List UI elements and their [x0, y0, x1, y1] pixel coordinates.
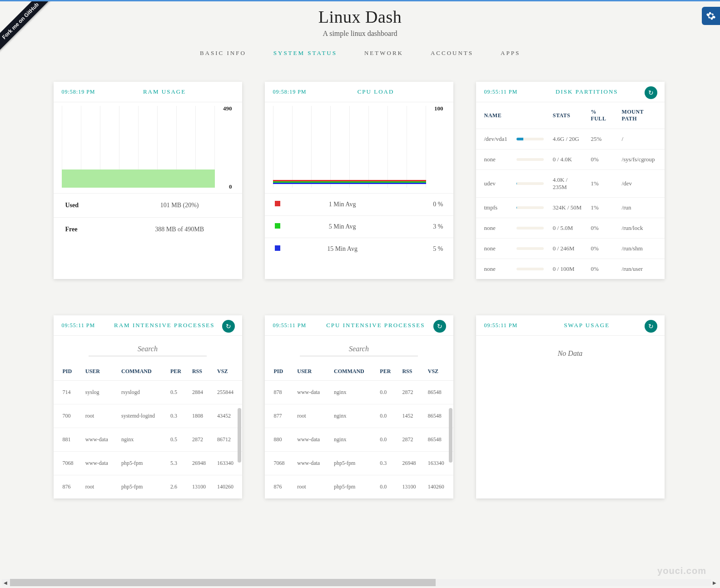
cell-full: 0%	[586, 149, 617, 170]
legend-swatch	[275, 245, 280, 251]
cell-per: 0.3	[167, 404, 189, 428]
card-title: CPU LOAD	[307, 88, 445, 95]
cell-user: www-data	[293, 452, 330, 475]
cell-cmd: systemd-logind	[118, 404, 167, 428]
col-user[interactable]: USER	[293, 363, 330, 381]
col-mount[interactable]: MOUNT PATH	[617, 102, 665, 129]
cell-cmd: nginx	[118, 428, 167, 452]
col-pid[interactable]: PID	[265, 363, 294, 381]
ram-free-value: 388 MB of 490MB	[117, 218, 242, 242]
github-ribbon[interactable]: Fork me on GitHub	[0, 1, 55, 56]
col-full[interactable]: % FULL	[586, 102, 617, 129]
col-vsz[interactable]: VSZ	[214, 363, 242, 381]
card-title: RAM USAGE	[95, 88, 234, 95]
col-stats[interactable]: STATS	[548, 102, 586, 129]
col-pid[interactable]: PID	[54, 363, 82, 381]
col-vsz[interactable]: VSZ	[424, 363, 453, 381]
cell-cmd: nginx	[330, 404, 376, 428]
refresh-button[interactable]: ↻	[645, 320, 657, 333]
scroll-right-icon[interactable]: ▶	[711, 579, 718, 586]
cell-mount: /run/lock	[617, 218, 665, 239]
cell-user: root	[293, 475, 330, 499]
nav-network[interactable]: NETWORK	[364, 50, 403, 57]
card-cpu-processes: 09:55:11 PM CPU INTENSIVE PROCESSES ↻ PI…	[265, 315, 453, 498]
cell-mount: /dev	[617, 170, 665, 198]
table-row: 700 root systemd-logind 0.3 1808 43452	[54, 404, 242, 428]
card-disk-partitions: 09:55:11 PM DISK PARTITIONS ↻ NAME STATS…	[476, 82, 665, 279]
cell-user: root	[82, 475, 118, 499]
legend-value: 5 %	[393, 238, 453, 260]
cell-mount: /	[617, 129, 665, 149]
cell-name: none	[476, 239, 512, 259]
col-cmd[interactable]: COMMAND	[118, 363, 167, 381]
cpu-chart: 100	[265, 102, 453, 193]
table-row: 877 root nginx 0.0 1452 86548	[265, 404, 453, 428]
legend-swatch	[275, 223, 280, 229]
cell-rss: 26948	[398, 452, 424, 475]
col-cmd[interactable]: COMMAND	[330, 363, 376, 381]
col-per[interactable]: PER	[376, 363, 398, 381]
col-rss[interactable]: RSS	[398, 363, 424, 381]
cell-full: 0%	[586, 218, 617, 239]
col-name[interactable]: NAME	[476, 102, 512, 129]
cell-name: none	[476, 259, 512, 279]
card-time: 09:55:11 PM	[484, 322, 518, 329]
refresh-button[interactable]: ↻	[222, 320, 235, 333]
watermark: youci.com	[657, 566, 706, 576]
cell-per: 2.6	[167, 475, 189, 499]
nav-basic-info[interactable]: BASIC INFO	[200, 50, 246, 57]
cell-rss: 2872	[398, 381, 424, 404]
card-time: 09:55:11 PM	[273, 322, 307, 329]
card-ram-usage: 09:58:19 PM RAM USAGE 490 0 Used 101 MB …	[54, 82, 242, 279]
cell-pid: 876	[265, 475, 294, 499]
card-time: 09:58:19 PM	[273, 89, 307, 95]
cell-per: 0.0	[376, 475, 398, 499]
cell-user: www-data	[82, 428, 118, 452]
table-row: none 0 / 246M 0% /run/shm	[476, 239, 665, 259]
cell-rss: 1452	[398, 404, 424, 428]
chart-min: 0	[229, 183, 232, 190]
cell-pid: 700	[54, 404, 82, 428]
refresh-button[interactable]: ↻	[433, 320, 446, 333]
refresh-button[interactable]: ↻	[645, 86, 657, 99]
ram-used-label: Used	[54, 194, 117, 218]
col-per[interactable]: PER	[167, 363, 189, 381]
scrollbar-thumb[interactable]	[238, 408, 241, 463]
cell-pid: 7068	[54, 452, 82, 475]
scrollbar-thumb[interactable]	[10, 579, 436, 586]
legend-row: 1 Min Avg 0 %	[265, 194, 453, 216]
settings-button[interactable]	[702, 7, 720, 25]
cell-full: 1%	[586, 198, 617, 218]
cell-stats: 0 / 100M	[548, 259, 586, 279]
cell-name: none	[476, 149, 512, 170]
search-input[interactable]	[89, 342, 207, 356]
cell-user: www-data	[82, 452, 118, 475]
card-swap-usage: 09:55:11 PM SWAP USAGE ↻ No Data	[476, 315, 665, 498]
table-row: 714 syslog rsyslogd 0.5 2884 255844	[54, 381, 242, 404]
nav-apps[interactable]: APPS	[501, 50, 520, 57]
cell-vsz: 140260	[214, 475, 242, 499]
scroll-left-icon[interactable]: ◀	[2, 579, 9, 586]
nav-system-status[interactable]: SYSTEM STATUS	[273, 50, 337, 57]
horizontal-scrollbar[interactable]: ◀ ▶	[2, 579, 711, 586]
cell-bar	[512, 149, 548, 170]
table-row: /dev/vda1 4.6G / 20G 25% /	[476, 129, 665, 149]
cell-pid: 878	[265, 381, 294, 404]
cell-name: tmpfs	[476, 198, 512, 218]
col-user[interactable]: USER	[82, 363, 118, 381]
page-title: Linux Dash	[0, 7, 720, 27]
cell-per: 0.0	[376, 428, 398, 452]
cell-user: root	[293, 404, 330, 428]
scrollbar-thumb[interactable]	[449, 408, 452, 463]
ram-free-label: Free	[54, 218, 117, 242]
ram-chart: 490 0	[54, 102, 242, 193]
nav-accounts[interactable]: ACCOUNTS	[431, 50, 473, 57]
search-input[interactable]	[300, 342, 418, 356]
legend-value: 0 %	[393, 194, 453, 216]
cell-full: 1%	[586, 170, 617, 198]
cell-bar	[512, 170, 548, 198]
cell-rss: 2872	[189, 428, 214, 452]
table-row: none 0 / 4.0K 0% /sys/fs/cgroup	[476, 149, 665, 170]
col-rss[interactable]: RSS	[189, 363, 214, 381]
cell-pid: 7068	[265, 452, 294, 475]
